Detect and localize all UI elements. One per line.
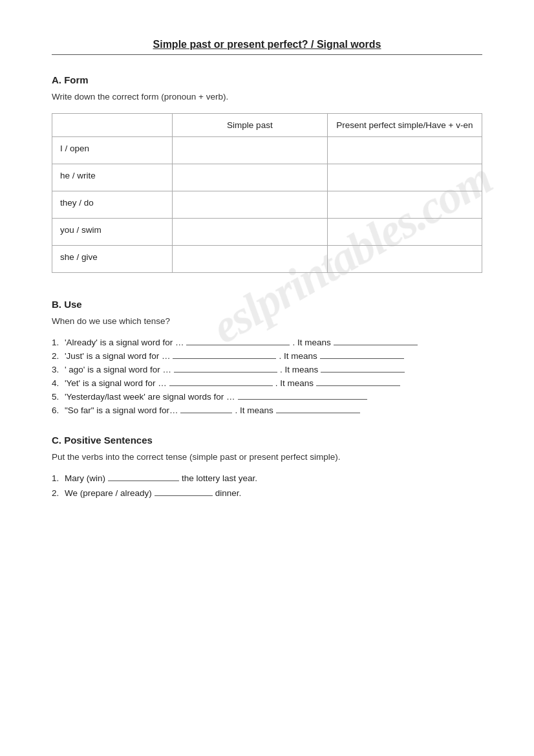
list-num: 1. bbox=[52, 338, 65, 347]
table-row: he / write bbox=[52, 164, 482, 191]
table-cell-subject: they / do bbox=[52, 191, 173, 219]
table-cell-sp bbox=[173, 219, 327, 246]
blank-answer-line bbox=[320, 358, 404, 359]
blank-answer-line bbox=[238, 399, 367, 400]
sentence-list: 1. Mary (win) the lottery last year. 2. … bbox=[52, 473, 482, 498]
it-means-label: It means bbox=[297, 338, 331, 347]
blank-line bbox=[155, 495, 213, 496]
list-num: 1. bbox=[52, 473, 65, 483]
section-a: A. Form Write down the correct form (pro… bbox=[52, 74, 482, 273]
list-item: 4. 'Yet' is a signal word for … . It mea… bbox=[52, 378, 482, 388]
table-row: you / swim bbox=[52, 219, 482, 246]
blank-line bbox=[186, 345, 290, 345]
list-text: 'Already' is a signal word for … bbox=[65, 338, 184, 347]
table-col-simple-past: Simple past bbox=[173, 114, 327, 137]
list-num: 4. bbox=[52, 378, 65, 388]
list-item: 1. Mary (win) the lottery last year. bbox=[52, 473, 482, 483]
table-cell-pp bbox=[327, 137, 482, 164]
table-col-subject bbox=[52, 114, 173, 137]
section-b: B. Use When do we use which tense? 1. 'A… bbox=[52, 299, 482, 415]
list-item: 1. 'Already' is a signal word for … . It… bbox=[52, 338, 482, 347]
table-row: they / do bbox=[52, 191, 482, 219]
table-row: she / give bbox=[52, 246, 482, 273]
sentence-before: Mary (win) bbox=[65, 473, 105, 483]
list-num: 6. bbox=[52, 405, 65, 415]
list-item: 2. 'Just' is a signal word for … . It me… bbox=[52, 351, 482, 361]
page-title-container: Simple past or present perfect? / Signal… bbox=[52, 39, 482, 50]
blank-line bbox=[108, 481, 179, 481]
table-header-row: Simple past Present perfect simple/Have … bbox=[52, 114, 482, 137]
list-num: 2. bbox=[52, 351, 65, 361]
sentence-after: the lottery last year. bbox=[182, 473, 257, 483]
list-item: 5. 'Yesterday/last week' are signal word… bbox=[52, 392, 482, 402]
list-num: 3. bbox=[52, 365, 65, 374]
list-item: 6. "So far" is a signal word for… . It m… bbox=[52, 405, 482, 415]
sentence-before: We (prepare / already) bbox=[65, 488, 152, 498]
blank-answer-line bbox=[334, 345, 418, 345]
section-c-heading: C. Positive Sentences bbox=[52, 435, 482, 446]
section-a-heading: A. Form bbox=[52, 74, 482, 85]
table-cell-subject: he / write bbox=[52, 164, 173, 191]
use-list: 1. 'Already' is a signal word for … . It… bbox=[52, 338, 482, 415]
table-cell-sp bbox=[173, 164, 327, 191]
table-cell-sp bbox=[173, 246, 327, 273]
section-b-instruction: When do we use which tense? bbox=[52, 316, 482, 326]
table-cell-pp bbox=[327, 191, 482, 219]
list-text: "So far" is a signal word for… bbox=[65, 405, 178, 415]
section-b-heading: B. Use bbox=[52, 299, 482, 310]
page-title: Simple past or present perfect? / Signal… bbox=[153, 39, 381, 50]
form-table: Simple past Present perfect simple/Have … bbox=[52, 113, 482, 273]
blank-answer-line bbox=[276, 413, 360, 413]
table-col-present-perfect: Present perfect simple/Have + v-en bbox=[327, 114, 482, 137]
list-num: 5. bbox=[52, 392, 65, 402]
table-cell-pp bbox=[327, 164, 482, 191]
table-row: I / open bbox=[52, 137, 482, 164]
it-means-label: It means bbox=[280, 378, 314, 388]
sentence-after: dinner. bbox=[215, 488, 242, 498]
list-item: 2. We (prepare / already) dinner. bbox=[52, 488, 482, 498]
it-means-label: It means bbox=[240, 405, 273, 415]
list-item: 3. ' ago' is a signal word for … . It me… bbox=[52, 365, 482, 374]
list-num: 2. bbox=[52, 488, 65, 498]
list-text: ' ago' is a signal word for … bbox=[65, 365, 171, 374]
table-cell-subject: she / give bbox=[52, 246, 173, 273]
blank-answer-line bbox=[316, 385, 400, 386]
title-divider bbox=[52, 54, 482, 55]
blank-line bbox=[169, 385, 273, 386]
blank-line bbox=[174, 372, 277, 373]
blank-answer-line bbox=[321, 372, 405, 373]
table-cell-sp bbox=[173, 137, 327, 164]
blank-line bbox=[173, 358, 276, 359]
table-cell-subject: you / swim bbox=[52, 219, 173, 246]
list-text: 'Yet' is a signal word for … bbox=[65, 378, 167, 388]
section-a-instruction: Write down the correct form (pronoun + v… bbox=[52, 92, 482, 102]
section-c: C. Positive Sentences Put the verbs into… bbox=[52, 435, 482, 498]
table-cell-subject: I / open bbox=[52, 137, 173, 164]
it-means-label: It means bbox=[285, 365, 319, 374]
list-text: 'Yesterday/last week' are signal words f… bbox=[65, 392, 235, 402]
it-means-label: It means bbox=[284, 351, 317, 361]
section-c-instruction: Put the verbs into the correct tense (si… bbox=[52, 452, 482, 462]
table-cell-pp bbox=[327, 246, 482, 273]
list-text: 'Just' is a signal word for … bbox=[65, 351, 170, 361]
table-cell-sp bbox=[173, 191, 327, 219]
table-cell-pp bbox=[327, 219, 482, 246]
blank-line bbox=[180, 413, 232, 413]
